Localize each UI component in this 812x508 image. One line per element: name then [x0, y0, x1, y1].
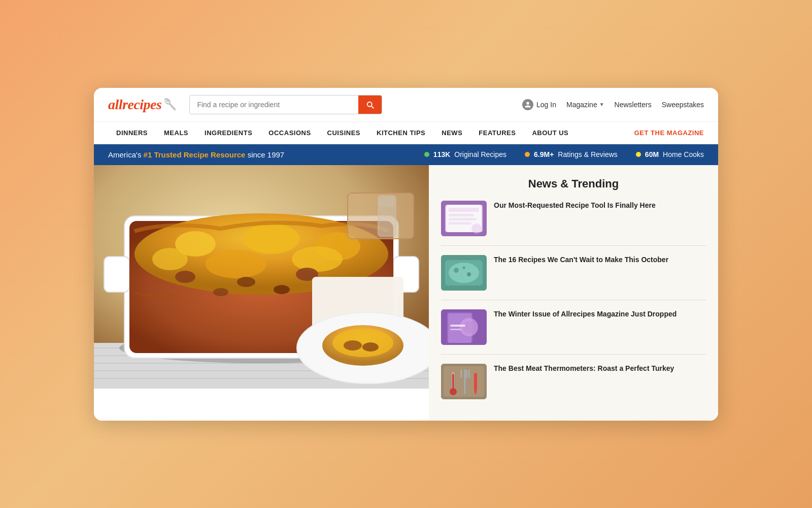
- logo[interactable]: allrecipes 🥄: [108, 97, 177, 113]
- login-button[interactable]: Log In: [522, 99, 556, 110]
- svg-rect-66: [474, 373, 477, 391]
- news-title-1: Our Most-Requested Recipe Tool Is Finall…: [494, 201, 656, 211]
- svg-point-30: [332, 329, 393, 357]
- news-text-4: The Best Meat Thermometers: Roast a Perf…: [494, 364, 674, 399]
- newsletters-link[interactable]: Newsletters: [615, 101, 652, 109]
- svg-point-47: [454, 268, 459, 273]
- svg-point-32: [362, 342, 379, 352]
- hero-image[interactable]: [94, 165, 429, 389]
- nav-item-news[interactable]: NEWS: [433, 122, 470, 144]
- nav-item-ingredients[interactable]: INGREDIENTS: [196, 122, 260, 144]
- svg-rect-35: [348, 193, 414, 239]
- get-magazine-link[interactable]: GET THE MAGAZINE: [634, 129, 704, 137]
- stat-label-ratings: Ratings & Reviews: [558, 150, 618, 158]
- nav-item-about-us[interactable]: ABOUT US: [524, 122, 577, 144]
- news-thumb-3: [441, 309, 487, 345]
- news-text-1: Our Most-Requested Recipe Tool Is Finall…: [494, 201, 656, 236]
- logo-text: allrecipes: [108, 97, 161, 113]
- banner-highlight: #1 Trusted Recipe Resource: [144, 150, 246, 159]
- stat-number-recipes: 113K: [433, 150, 450, 158]
- nav-item-occasions[interactable]: OCCASIONS: [260, 122, 319, 144]
- news-thumb-1: [441, 201, 487, 236]
- nav-bar: DINNERS MEALS INGREDIENTS OCCASIONS CUIS…: [94, 122, 718, 144]
- main-content: News & Trending Our Most-Requested: [94, 165, 718, 421]
- stat-dot-orange: [525, 152, 530, 157]
- svg-rect-42: [449, 222, 471, 225]
- nav-item-meals[interactable]: MEALS: [156, 122, 196, 144]
- banner-stats: 113K Original Recipes 6.9M+ Ratings & Re…: [424, 150, 704, 158]
- stat-cooks: 60M Home Cooks: [636, 150, 704, 158]
- news-divider-2: [441, 300, 706, 300]
- search-bar: [189, 95, 382, 114]
- svg-rect-56: [450, 329, 461, 330]
- news-title-2: The 16 Recipes We Can't Wait to Make Thi…: [494, 255, 668, 265]
- svg-point-18: [152, 248, 188, 270]
- banner-suffix: since 1997: [245, 150, 284, 159]
- svg-point-21: [175, 271, 195, 283]
- news-text-2: The 16 Recipes We Can't Wait to Make Thi…: [494, 255, 668, 291]
- stat-recipes: 113K Original Recipes: [424, 150, 506, 158]
- browser-window: allrecipes 🥄 Log In Magazine: [94, 88, 718, 421]
- news-panel: News & Trending Our Most-Requested: [429, 165, 718, 421]
- search-icon: [365, 100, 375, 109]
- news-thumb-2: [441, 255, 487, 291]
- svg-point-16: [244, 224, 299, 254]
- nav-item-cuisines[interactable]: CUISINES: [319, 122, 368, 144]
- svg-point-49: [462, 266, 465, 269]
- sweepstakes-link[interactable]: Sweepstakes: [662, 101, 704, 109]
- svg-point-25: [213, 288, 228, 296]
- hero-casserole-art: [94, 165, 429, 389]
- nav-item-kitchen-tips[interactable]: KITCHEN TIPS: [368, 122, 433, 144]
- chevron-down-icon: ▼: [599, 102, 604, 107]
- search-button[interactable]: [358, 96, 382, 114]
- news-thumb-4: [441, 364, 487, 399]
- nav-items: DINNERS MEALS INGREDIENTS OCCASIONS CUIS…: [108, 122, 577, 144]
- user-icon: [522, 99, 533, 110]
- header: allrecipes 🥄 Log In Magazine: [94, 88, 718, 122]
- magazine-button[interactable]: Magazine ▼: [566, 101, 604, 109]
- svg-point-60: [450, 388, 457, 395]
- magazine-label: Magazine: [566, 101, 597, 109]
- svg-rect-11: [104, 257, 129, 292]
- news-divider-3: [441, 354, 706, 355]
- svg-rect-55: [450, 325, 465, 327]
- svg-rect-38: [446, 205, 482, 232]
- stat-dot-green: [424, 152, 429, 157]
- news-item-1[interactable]: Our Most-Requested Recipe Tool Is Finall…: [441, 201, 706, 236]
- news-title-4: The Best Meat Thermometers: Roast a Perf…: [494, 364, 674, 374]
- svg-point-24: [274, 285, 290, 294]
- svg-point-20: [206, 250, 266, 278]
- news-item-3[interactable]: The Winter Issue of Allrecipes Magazine …: [441, 309, 706, 345]
- nav-item-dinners[interactable]: DINNERS: [108, 122, 156, 144]
- svg-point-43: [471, 224, 482, 234]
- banner-prefix: America's: [108, 150, 144, 159]
- svg-point-54: [463, 321, 475, 333]
- svg-rect-62: [464, 369, 466, 394]
- stat-label-recipes: Original Recipes: [454, 150, 506, 158]
- nav-item-features[interactable]: FEATURES: [470, 122, 524, 144]
- news-title-3: The Winter Issue of Allrecipes Magazine …: [494, 309, 676, 320]
- stat-number-ratings: 6.9M+: [534, 150, 554, 158]
- header-right: Log In Magazine ▼ Newsletters Sweepstake…: [522, 99, 704, 110]
- svg-point-22: [237, 277, 255, 287]
- stat-label-cooks: Home Cooks: [663, 150, 704, 158]
- search-input[interactable]: [190, 96, 358, 113]
- news-panel-title: News & Trending: [441, 177, 706, 190]
- stat-ratings: 6.9M+ Ratings & Reviews: [525, 150, 618, 158]
- login-label: Log In: [536, 101, 556, 109]
- news-item-2[interactable]: The 16 Recipes We Can't Wait to Make Thi…: [441, 255, 706, 291]
- banner-text: America's #1 Trusted Recipe Resource sin…: [108, 150, 284, 159]
- svg-rect-61: [452, 374, 454, 389]
- svg-point-48: [467, 272, 471, 276]
- svg-point-19: [292, 246, 343, 272]
- svg-point-31: [344, 340, 362, 351]
- logo-spoon-icon: 🥄: [163, 98, 177, 111]
- svg-rect-39: [449, 208, 479, 212]
- stat-number-cooks: 60M: [645, 150, 659, 158]
- news-item-4[interactable]: The Best Meat Thermometers: Roast a Perf…: [441, 364, 706, 399]
- svg-rect-41: [449, 218, 477, 220]
- trust-banner: America's #1 Trusted Recipe Resource sin…: [94, 144, 718, 165]
- news-text-3: The Winter Issue of Allrecipes Magazine …: [494, 309, 676, 345]
- svg-point-46: [449, 263, 479, 283]
- svg-rect-40: [449, 214, 474, 216]
